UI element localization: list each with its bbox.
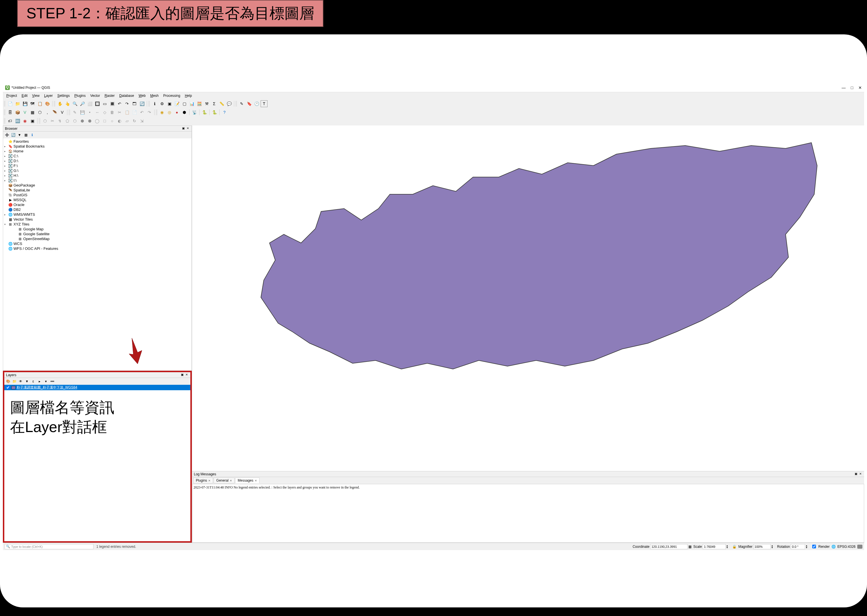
pan-selection-button[interactable]: 👆	[64, 100, 71, 107]
menu-raster[interactable]: Raster	[102, 93, 117, 99]
browser-item[interactable]: ▸💽F:\	[4, 163, 191, 168]
browser-item[interactable]: 🐘PostGIS	[4, 193, 191, 197]
layers-collapse-button[interactable]: ▾	[43, 379, 49, 384]
deselect-button[interactable]: ▢	[181, 100, 188, 107]
menu-help[interactable]: Help	[183, 93, 194, 99]
browser-item[interactable]: ⊞Google Satellite	[4, 231, 191, 236]
digitize-btn-5[interactable]: ⬡	[71, 118, 78, 124]
crs-icon[interactable]: 🌐	[831, 545, 836, 548]
menu-web[interactable]: Web	[136, 93, 148, 99]
browser-item[interactable]: ▦Vector Tiles	[4, 217, 191, 222]
layers-remove-button[interactable]: ➖	[50, 379, 55, 384]
extents-icon[interactable]: ▦	[688, 545, 692, 548]
magnifier-input[interactable]	[754, 544, 771, 549]
copy-features-button[interactable]: 📋	[124, 109, 131, 116]
menu-view[interactable]: View	[30, 93, 42, 99]
magnifier-spinner[interactable]: ▴▾	[771, 545, 776, 548]
browser-item[interactable]: ▸🌐WMS/WMTS	[4, 212, 191, 217]
zoom-full-button[interactable]: ⬜	[86, 100, 93, 107]
close-button[interactable]: ✕	[858, 85, 862, 90]
browser-item[interactable]: ▸💽I:\	[4, 178, 191, 183]
map-canvas[interactable]	[192, 126, 864, 471]
messages-icon[interactable]	[857, 545, 862, 548]
browser-item[interactable]: ▸🏠Home	[4, 149, 191, 154]
cut-features-button[interactable]: ✂	[116, 109, 123, 116]
zoom-in-button[interactable]: 🔍	[71, 100, 78, 107]
browser-tree[interactable]: ⭐Favorites▸🔖Spatial Bookmarks▸🏠Home▸💽C:\…	[3, 138, 192, 371]
add-feature-button[interactable]: •	[86, 109, 93, 116]
plugin-btn-5[interactable]: 📡	[191, 109, 198, 116]
digitize-btn-8[interactable]: ◯	[94, 118, 101, 124]
layers-expression-button[interactable]: ε	[31, 379, 36, 384]
browser-item[interactable]: 🌐WFS / OGC API - Features	[4, 246, 191, 251]
zoom-selection-button[interactable]: 🔲	[94, 100, 101, 107]
add-mesh-button[interactable]: ⬡	[36, 109, 43, 116]
open-project-button[interactable]: 📁	[14, 100, 21, 107]
digitize-btn-6[interactable]: ⬢	[79, 118, 86, 124]
label-toolbar-2[interactable]: 🔤	[14, 118, 21, 124]
panel-float-button[interactable]: ▣	[181, 127, 185, 130]
delete-selected-button[interactable]: 🗑	[109, 109, 115, 116]
save-edits-button[interactable]: 💾	[79, 109, 86, 116]
panel-float-button[interactable]: ▣	[854, 472, 858, 476]
menu-layer[interactable]: Layer	[42, 93, 55, 99]
zoom-out-button[interactable]: 🔎	[79, 100, 86, 107]
menu-plugins[interactable]: Plugins	[72, 93, 88, 99]
zoom-last-button[interactable]: ↶	[116, 100, 123, 107]
panel-close-button[interactable]: ✕	[186, 127, 190, 130]
browser-item[interactable]: 📦GeoPackage	[4, 183, 191, 188]
add-raster-button[interactable]: ▦	[29, 109, 36, 116]
log-tab-plugins[interactable]: Plugins✕	[193, 478, 213, 483]
save-project-button[interactable]: 💾	[22, 100, 28, 107]
digitize-btn-4[interactable]: ⬠	[64, 118, 71, 124]
menu-processing[interactable]: Processing	[161, 93, 182, 99]
bookmarks-button[interactable]: 🔖	[246, 100, 252, 107]
digitize-btn-12[interactable]: ▱	[124, 118, 131, 124]
browser-item[interactable]: 🔴Oracle	[4, 202, 191, 207]
digitize-btn-14[interactable]: ⇲	[139, 118, 145, 124]
menu-database[interactable]: Database	[117, 93, 136, 99]
zoom-layer-button[interactable]: ▭	[101, 100, 108, 107]
panel-close-button[interactable]: ✕	[858, 472, 862, 476]
browser-item[interactable]: ▸🔖Spatial Bookmarks	[4, 144, 191, 149]
browser-item[interactable]: ▶MSSQL	[4, 197, 191, 202]
menu-edit[interactable]: Edit	[19, 93, 30, 99]
minimize-button[interactable]: —	[842, 85, 846, 90]
maximize-button[interactable]: □	[851, 85, 853, 90]
coordinate-input[interactable]	[650, 544, 687, 549]
layer-visibility-checkbox[interactable]	[6, 386, 10, 390]
browser-item[interactable]: ▸💽C:\	[4, 154, 191, 159]
style-manager-button[interactable]: 🎨	[44, 100, 51, 107]
digitize-btn-11[interactable]: ◐	[116, 118, 123, 124]
close-icon[interactable]: ✕	[255, 479, 257, 482]
plugin-btn-2[interactable]: ◎	[166, 109, 173, 116]
action-button[interactable]: ⚙	[159, 100, 166, 107]
plugin-btn-7[interactable]: 🐍	[211, 109, 218, 116]
stats-button[interactable]: Σ	[211, 100, 218, 107]
browser-item[interactable]: ▸💽D:\	[4, 159, 191, 163]
browser-item[interactable]: ▸💽G:\	[4, 168, 191, 173]
locator-search-input[interactable]: 🔍 Type to locate (Ctrl+K)	[5, 544, 93, 549]
digitize-btn-1[interactable]: ⬡	[42, 118, 49, 124]
add-virtual-button[interactable]: V	[59, 109, 66, 116]
close-icon[interactable]: ✕	[230, 479, 232, 482]
redo-button[interactable]: ↷	[146, 109, 153, 116]
maptips-button[interactable]: 💬	[225, 100, 233, 107]
toolbox-button[interactable]: ⚒	[203, 100, 210, 107]
plugin-btn-6[interactable]: 🐍	[201, 109, 208, 116]
browser-item[interactable]: ⊞Google Map	[4, 226, 191, 231]
menu-vector[interactable]: Vector	[88, 93, 102, 99]
pan-button[interactable]: ✋	[57, 100, 63, 107]
select-button[interactable]: ▣	[166, 100, 173, 107]
browser-item[interactable]: ⭐Favorites	[4, 139, 191, 144]
browser-properties-button[interactable]: ℹ	[30, 132, 35, 138]
zoom-next-button[interactable]: ↷	[124, 100, 131, 107]
plugin-btn-1[interactable]: ◉	[159, 109, 166, 116]
menu-settings[interactable]: Settings	[55, 93, 72, 99]
rotation-spinner[interactable]: ▴▾	[806, 545, 810, 548]
browser-collapse-button[interactable]: ▦	[23, 132, 28, 138]
text-annotation-button[interactable]: T	[261, 100, 268, 107]
close-icon[interactable]: ✕	[208, 479, 210, 482]
paste-features-button[interactable]: 📄	[131, 109, 138, 116]
layers-add-group-button[interactable]: 📁	[12, 379, 17, 384]
